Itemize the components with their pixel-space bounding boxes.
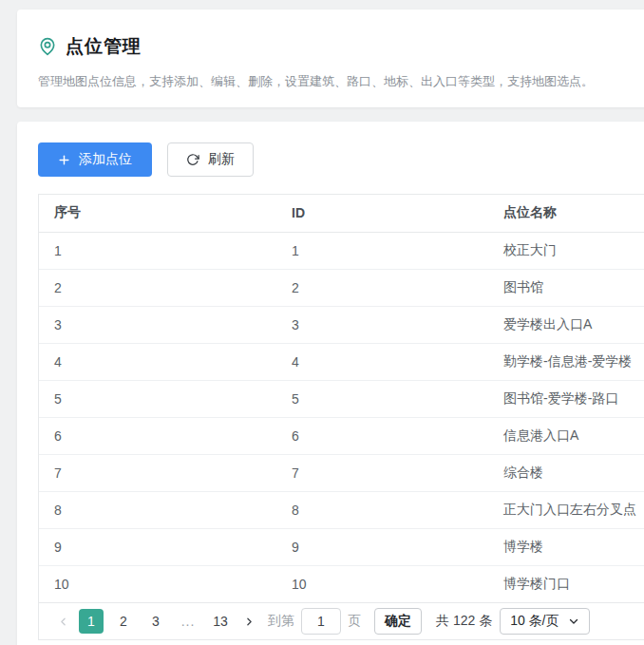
cell-id: 1 [276, 232, 488, 269]
pagination: 123...13 到第 页 确定 共 122 条 10 条/页 [39, 602, 644, 639]
content-card: 添加点位 刷新 序号 ID 点位名称 [17, 122, 644, 645]
cell-name: 爱学楼出入口A [488, 306, 644, 343]
column-header-name: 点位名称 [488, 195, 644, 232]
cell-id: 5 [276, 380, 488, 417]
cell-name: 勤学楼-信息港-爱学楼 [488, 343, 644, 380]
chevron-left-icon [57, 616, 69, 628]
cell-name: 正大门入口左右分叉点 [488, 491, 644, 528]
map-pin-icon [38, 37, 57, 56]
table-row: 2 2 图书馆 [39, 269, 644, 306]
refresh-icon [186, 153, 199, 166]
cell-index: 6 [39, 417, 276, 454]
confirm-button[interactable]: 确定 [374, 608, 422, 635]
plus-icon [58, 154, 70, 166]
prev-page-button[interactable] [50, 609, 75, 634]
cell-index: 3 [39, 306, 276, 343]
next-page-button[interactable] [237, 609, 261, 634]
cell-index: 5 [39, 380, 276, 417]
table-row: 10 10 博学楼门口 [39, 565, 644, 602]
cell-name: 校正大门 [488, 232, 644, 269]
title-row: 点位管理 [38, 34, 644, 59]
page-header-card: 点位管理 管理地图点位信息，支持添加、编辑、删除，设置建筑、路口、地标、出入口等… [17, 9, 644, 107]
add-point-button[interactable]: 添加点位 [38, 142, 152, 177]
page-size-value: 10 条/页 [510, 613, 559, 630]
table-row: 1 1 校正大门 [39, 232, 644, 269]
table-row: 4 4 勤学楼-信息港-爱学楼 [39, 343, 644, 380]
toolbar: 添加点位 刷新 [38, 142, 644, 177]
table-row: 5 5 图书馆-爱学楼-路口 [39, 380, 644, 417]
page-title: 点位管理 [66, 34, 142, 59]
page-button[interactable]: 2 [111, 609, 136, 634]
table-row: 7 7 综合楼 [39, 454, 644, 491]
cell-index: 9 [39, 528, 276, 565]
cell-id: 8 [276, 491, 488, 528]
page-size-select[interactable]: 10 条/页 [500, 608, 589, 635]
table-row: 3 3 爱学楼出入口A [39, 306, 644, 343]
cell-index: 4 [39, 343, 276, 380]
page-button[interactable]: 13 [208, 609, 233, 634]
cell-id: 9 [276, 528, 488, 565]
page-button[interactable]: 1 [79, 609, 104, 634]
cell-id: 2 [276, 269, 488, 306]
cell-id: 4 [276, 343, 488, 380]
add-point-label: 添加点位 [79, 151, 132, 168]
column-header-index: 序号 [39, 195, 276, 232]
cell-name: 图书馆 [488, 269, 644, 306]
points-table: 序号 ID 点位名称 1 1 校正大门 2 2 图书馆 [38, 194, 644, 640]
table-header-row: 序号 ID 点位名称 [39, 195, 644, 232]
cell-id: 10 [276, 565, 488, 602]
cell-index: 8 [39, 491, 276, 528]
cell-id: 7 [276, 454, 488, 491]
refresh-button[interactable]: 刷新 [167, 142, 254, 177]
cell-id: 6 [276, 417, 488, 454]
cell-name: 信息港入口A [488, 417, 644, 454]
cell-id: 3 [276, 306, 488, 343]
table-row: 8 8 正大门入口左右分叉点 [39, 491, 644, 528]
total-count-label: 共 122 条 [436, 613, 492, 630]
page-subtitle: 管理地图点位信息，支持添加、编辑、删除，设置建筑、路口、地标、出入口等类型，支持… [38, 73, 644, 90]
jump-prefix-label: 到第 [268, 613, 294, 630]
jump-suffix-label: 页 [348, 613, 361, 630]
refresh-label: 刷新 [208, 151, 235, 168]
cell-index: 7 [39, 454, 276, 491]
column-header-id: ID [276, 195, 488, 232]
chevron-right-icon [243, 616, 256, 628]
cell-index: 2 [39, 269, 276, 306]
cell-index: 10 [39, 565, 276, 602]
page-ellipsis: ... [176, 609, 200, 634]
cell-name: 图书馆-爱学楼-路口 [488, 380, 644, 417]
cell-name: 综合楼 [488, 454, 644, 491]
table-row: 9 9 博学楼 [39, 528, 644, 565]
cell-name: 博学楼门口 [488, 565, 644, 602]
chevron-down-icon [568, 616, 579, 627]
jump-page-input[interactable] [301, 608, 341, 635]
cell-index: 1 [39, 232, 276, 269]
page-button[interactable]: 3 [143, 609, 168, 634]
cell-name: 博学楼 [488, 528, 644, 565]
table-row: 6 6 信息港入口A [39, 417, 644, 454]
